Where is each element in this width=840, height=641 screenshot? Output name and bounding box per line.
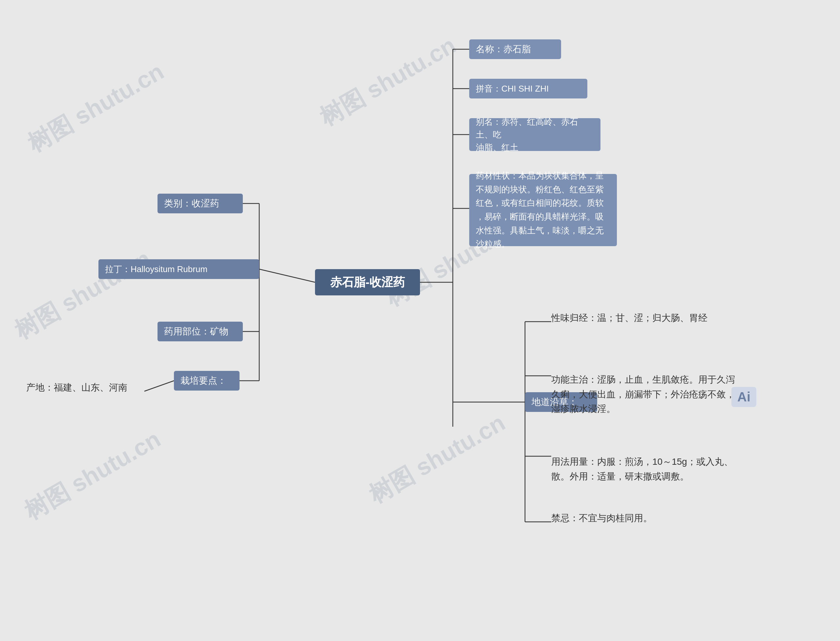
pinyin-node: 拼音：CHI SHI ZHI <box>469 79 587 98</box>
yongfa-node: 用法用量：内服：煎汤，10～15g；或入丸、 散。外用：适量，研末撒或调敷。 <box>551 440 755 484</box>
leijian-label: 类别：收涩药 <box>164 196 219 210</box>
xingwei-node: 性味归经：温；甘、涩；归大肠、胃经 <box>551 312 715 324</box>
svg-line-0 <box>259 269 315 282</box>
gongneng-node: 功能主治：涩肠，止血，生肌敛疮。用于久泻 久痢，大便出血，崩漏带下；外治疮疡不敛… <box>551 358 755 417</box>
yongfa-label: 用法用量：内服：煎汤，10～15g；或入丸、 散。外用：适量，研末撒或调敷。 <box>551 457 733 482</box>
lading-node: 拉丁：Halloysitum Rubrum <box>98 259 259 279</box>
center-node: 赤石脂-收涩药 <box>315 269 420 295</box>
watermark-4: 树图 shutu.cn <box>314 29 462 133</box>
watermark-6: 树图 shutu.cn <box>363 407 511 511</box>
xingwei-label: 性味归经：温；甘、涩；归大肠、胃经 <box>551 313 707 323</box>
mingcheng-label: 名称：赤石脂 <box>476 42 531 56</box>
lading-label: 拉丁：Halloysitum Rubrum <box>105 263 208 276</box>
zaipei-label: 栽培要点： <box>180 374 227 388</box>
pinyin-label: 拼音：CHI SHI ZHI <box>476 82 549 95</box>
mingcheng-node: 名称：赤石脂 <box>469 39 561 59</box>
ai-badge-label: Ai <box>737 390 750 404</box>
jijin-node: 禁忌：不宜与肉桂同用。 <box>551 512 682 525</box>
watermark-2: 树图 shutu.cn <box>9 243 156 346</box>
watermark-1: 树图 shutu.cn <box>22 56 170 159</box>
produce-text: 产地：福建、山东、河南 <box>26 382 127 394</box>
yaocai-label: 药材性状：本品为块状集合体，呈 不规则的块状。粉红色、红色至紫 红色，或有红白相… <box>476 169 604 251</box>
gongneng-label: 功能主治：涩肠，止血，生肌敛疮。用于久泻 久痢，大便出血，崩漏带下；外治疮疡不敛… <box>551 375 735 414</box>
jijin-label: 禁忌：不宜与肉桂同用。 <box>551 513 652 523</box>
mindmap-container: 树图 shutu.cn 树图 shutu.cn 树图 shutu.cn 树图 s… <box>0 0 840 641</box>
produce-label: 产地：福建、山东、河南 <box>26 382 127 393</box>
bieming-node: 别名：赤符、红高岭、赤石土、吃 油脂、红土 <box>469 118 600 151</box>
watermark-3: 树图 shutu.cn <box>19 424 166 527</box>
leijian-node: 类别：收涩药 <box>158 194 243 213</box>
zaipei-node: 栽培要点： <box>174 371 240 391</box>
svg-line-7 <box>144 381 174 391</box>
ai-badge: Ai <box>731 387 756 407</box>
yaoyong-node: 药用部位：矿物 <box>158 322 243 341</box>
yaocai-node: 药材性状：本品为块状集合体，呈 不规则的块状。粉红色、红色至紫 红色，或有红白相… <box>469 174 617 246</box>
bieming-label: 别名：赤符、红高岭、赤石土、吃 油脂、红土 <box>476 116 594 154</box>
center-label: 赤石脂-收涩药 <box>330 274 405 291</box>
yaoyong-label: 药用部位：矿物 <box>164 325 229 338</box>
